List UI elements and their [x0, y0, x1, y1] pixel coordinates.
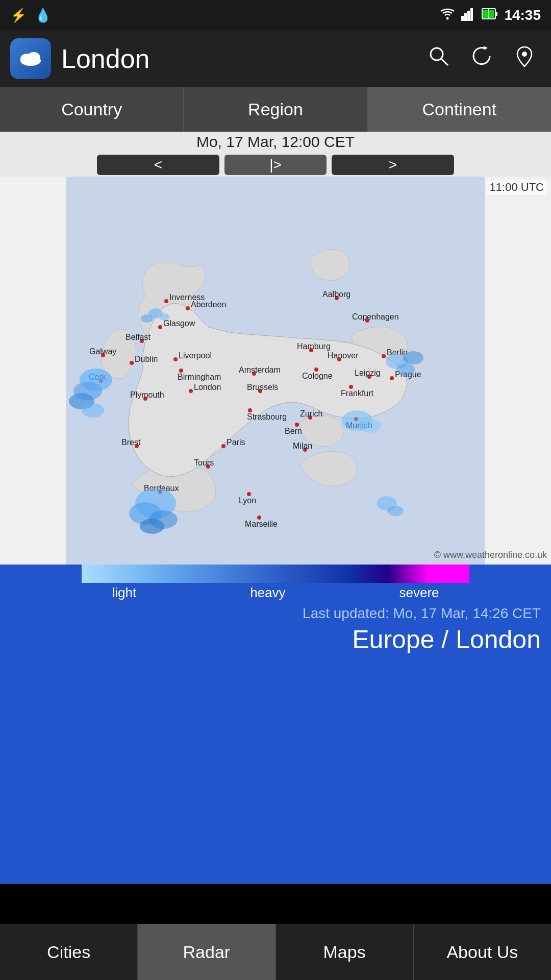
- app-bar: London: [0, 31, 551, 87]
- svg-point-102: [387, 506, 404, 516]
- svg-point-97: [396, 363, 415, 376]
- blue-fill-area: [0, 665, 551, 884]
- datetime-label: Mo, 17 Mar, 12:00 CET: [196, 133, 355, 151]
- svg-point-0: [446, 17, 449, 19]
- bottom-tab-cities[interactable]: Cities: [0, 924, 138, 980]
- svg-point-29: [130, 361, 134, 365]
- svg-text:Hamburg: Hamburg: [297, 342, 331, 351]
- svg-text:Cologne: Cologne: [302, 372, 333, 380]
- svg-point-37: [189, 389, 193, 393]
- svg-point-43: [221, 444, 226, 448]
- svg-text:Brest: Brest: [121, 438, 141, 447]
- svg-text:Belfast: Belfast: [126, 333, 151, 341]
- svg-point-23: [158, 325, 162, 329]
- app-icon: [10, 38, 51, 79]
- map-container[interactable]: Inverness Aberdeen Glasgow Belfast Galwa…: [0, 177, 551, 565]
- datetime-nav: Mo, 17 Mar, 12:00 CET < |> >: [0, 132, 551, 177]
- svg-line-14: [441, 59, 448, 65]
- bottom-tab-maps[interactable]: Maps: [276, 924, 414, 980]
- svg-text:Strasbourg: Strasbourg: [247, 412, 287, 421]
- svg-point-90: [141, 314, 153, 323]
- svg-point-19: [164, 299, 168, 303]
- app-title: London: [61, 43, 417, 74]
- svg-text:Zurich: Zurich: [300, 409, 322, 418]
- svg-point-33: [173, 357, 178, 361]
- svg-text:Milan: Milan: [293, 442, 312, 450]
- drop-icon: 💧: [35, 8, 51, 23]
- legend-heavy-label: heavy: [250, 585, 285, 601]
- svg-point-95: [140, 519, 164, 534]
- svg-text:Leipzig: Leipzig: [355, 369, 381, 377]
- svg-marker-15: [484, 46, 488, 50]
- svg-point-59: [314, 368, 318, 372]
- signal-icon: [461, 7, 475, 24]
- location-icon[interactable]: [513, 45, 536, 72]
- svg-rect-1: [461, 16, 464, 21]
- svg-point-88: [82, 403, 104, 418]
- status-bar: ⚡ 💧: [0, 0, 551, 31]
- tab-bar: Country Region Continent: [0, 87, 551, 132]
- time-display: 14:35: [504, 7, 541, 23]
- legend-severe-label: severe: [399, 585, 439, 601]
- svg-text:Copenhagen: Copenhagen: [352, 312, 399, 321]
- svg-text:Paris: Paris: [227, 438, 245, 447]
- svg-rect-2: [464, 13, 467, 21]
- svg-rect-4: [470, 8, 473, 21]
- bottom-tab-radar[interactable]: Radar: [138, 924, 276, 980]
- svg-text:Plymouth: Plymouth: [130, 390, 164, 399]
- svg-rect-6: [495, 12, 497, 16]
- bottom-tab-about[interactable]: About Us: [414, 924, 551, 980]
- svg-point-21: [186, 306, 190, 310]
- svg-point-71: [382, 354, 386, 358]
- svg-text:Liverpool: Liverpool: [179, 351, 212, 360]
- prev-button[interactable]: <: [97, 155, 219, 175]
- map-time-label: 11:00 UTC: [487, 180, 547, 195]
- svg-text:Tours: Tours: [194, 458, 214, 467]
- svg-point-98: [403, 351, 423, 364]
- tab-country[interactable]: Country: [0, 87, 184, 132]
- svg-point-55: [248, 408, 252, 412]
- next-button[interactable]: >: [332, 155, 454, 175]
- svg-text:Birmingham: Birmingham: [178, 373, 221, 381]
- svg-text:Hanover: Hanover: [328, 351, 359, 360]
- copyright-label: © www.weatheronline.co.uk: [434, 550, 547, 560]
- svg-text:Aalborg: Aalborg: [322, 290, 350, 299]
- svg-point-65: [349, 385, 353, 389]
- svg-point-35: [179, 369, 183, 373]
- svg-text:Amsterdam: Amsterdam: [239, 365, 281, 374]
- svg-point-12: [20, 56, 41, 66]
- last-updated-label: Last updated: Mo, 17 Mar, 14:26 CET: [303, 605, 541, 622]
- svg-text:Bern: Bern: [285, 427, 302, 435]
- location-label: Europe / London: [352, 625, 541, 654]
- search-icon[interactable]: [428, 45, 450, 72]
- svg-point-49: [247, 492, 251, 496]
- refresh-icon[interactable]: [470, 45, 493, 72]
- svg-text:Brussels: Brussels: [247, 383, 278, 391]
- svg-text:Dublin: Dublin: [135, 355, 158, 363]
- svg-text:Marseille: Marseille: [245, 520, 278, 528]
- legend: light heavy severe: [0, 565, 551, 600]
- svg-point-91: [159, 313, 169, 321]
- svg-point-79: [295, 423, 299, 427]
- svg-text:Lyon: Lyon: [239, 496, 256, 505]
- legend-light-label: light: [112, 585, 136, 601]
- svg-text:London: London: [194, 383, 221, 391]
- svg-point-13: [431, 48, 443, 60]
- svg-text:Glasgow: Glasgow: [163, 319, 195, 328]
- svg-text:Galway: Galway: [89, 347, 116, 356]
- svg-point-73: [390, 376, 394, 380]
- svg-text:Aberdeen: Aberdeen: [191, 300, 226, 309]
- wifi-icon: [440, 7, 455, 24]
- tab-region[interactable]: Region: [184, 87, 367, 132]
- svg-point-16: [522, 52, 527, 57]
- battery-icon: [482, 7, 498, 24]
- svg-point-100: [359, 419, 381, 433]
- bottom-nav: Cities Radar Maps About Us: [0, 924, 551, 980]
- usb-icon: ⚡: [10, 8, 27, 23]
- tab-continent[interactable]: Continent: [368, 87, 551, 132]
- svg-point-51: [257, 516, 261, 520]
- info-panel: Last updated: Mo, 17 Mar, 14:26 CET Euro…: [0, 600, 551, 665]
- svg-text:Frankfurt: Frankfurt: [341, 389, 374, 398]
- svg-rect-3: [467, 11, 470, 21]
- play-button[interactable]: |>: [224, 155, 327, 175]
